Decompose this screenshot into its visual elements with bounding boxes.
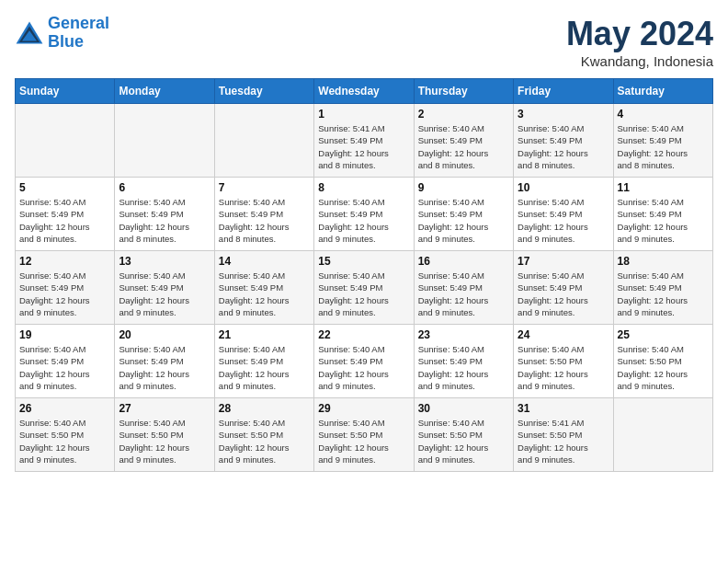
day-info: Sunrise: 5:40 AM Sunset: 5:50 PM Dayligh… (418, 417, 509, 465)
day-number: 27 (119, 402, 210, 415)
calendar-cell: 9Sunrise: 5:40 AM Sunset: 5:49 PM Daylig… (414, 178, 513, 251)
calendar-cell: 10Sunrise: 5:40 AM Sunset: 5:49 PM Dayli… (514, 178, 613, 251)
calendar-cell: 27Sunrise: 5:40 AM Sunset: 5:50 PM Dayli… (115, 398, 214, 472)
month-title: May 2024 (566, 15, 713, 53)
day-info: Sunrise: 5:40 AM Sunset: 5:50 PM Dayligh… (19, 417, 110, 465)
day-info: Sunrise: 5:40 AM Sunset: 5:49 PM Dayligh… (418, 122, 509, 171)
day-number: 18 (618, 255, 709, 268)
day-number: 6 (119, 181, 210, 194)
day-number: 23 (418, 328, 509, 341)
day-info: Sunrise: 5:40 AM Sunset: 5:49 PM Dayligh… (618, 196, 709, 245)
calendar-cell (16, 104, 115, 178)
day-info: Sunrise: 5:40 AM Sunset: 5:49 PM Dayligh… (318, 196, 409, 245)
calendar-cell: 26Sunrise: 5:40 AM Sunset: 5:50 PM Dayli… (16, 398, 115, 472)
calendar-body: 1Sunrise: 5:41 AM Sunset: 5:49 PM Daylig… (16, 104, 713, 472)
calendar-cell: 28Sunrise: 5:40 AM Sunset: 5:50 PM Dayli… (214, 398, 313, 472)
day-info: Sunrise: 5:40 AM Sunset: 5:49 PM Dayligh… (318, 270, 409, 318)
calendar-cell (613, 398, 712, 472)
day-number: 29 (318, 402, 409, 415)
calendar-cell: 29Sunrise: 5:40 AM Sunset: 5:50 PM Dayli… (314, 398, 414, 472)
header-cell-wednesday: Wednesday (314, 79, 414, 104)
week-row-3: 12Sunrise: 5:40 AM Sunset: 5:49 PM Dayli… (16, 251, 713, 325)
day-number: 16 (418, 255, 509, 268)
logo-text: General Blue (48, 15, 109, 52)
day-info: Sunrise: 5:41 AM Sunset: 5:50 PM Dayligh… (518, 417, 609, 465)
day-info: Sunrise: 5:40 AM Sunset: 5:49 PM Dayligh… (19, 343, 110, 392)
day-number: 2 (418, 108, 509, 121)
day-info: Sunrise: 5:40 AM Sunset: 5:49 PM Dayligh… (418, 270, 509, 318)
day-info: Sunrise: 5:40 AM Sunset: 5:50 PM Dayligh… (318, 417, 409, 465)
day-number: 22 (318, 328, 409, 341)
logo: General Blue (15, 15, 109, 52)
day-info: Sunrise: 5:40 AM Sunset: 5:49 PM Dayligh… (219, 196, 310, 245)
header-cell-sunday: Sunday (16, 79, 115, 104)
day-number: 11 (618, 181, 709, 194)
logo-icon (15, 20, 44, 46)
calendar-cell: 5Sunrise: 5:40 AM Sunset: 5:49 PM Daylig… (16, 178, 115, 251)
calendar-header: SundayMondayTuesdayWednesdayThursdayFrid… (16, 79, 713, 104)
logo-line2: Blue (48, 32, 84, 51)
calendar-cell: 24Sunrise: 5:40 AM Sunset: 5:50 PM Dayli… (514, 325, 613, 398)
day-number: 30 (418, 402, 509, 415)
calendar-cell: 30Sunrise: 5:40 AM Sunset: 5:50 PM Dayli… (414, 398, 513, 472)
calendar-cell: 20Sunrise: 5:40 AM Sunset: 5:49 PM Dayli… (115, 325, 214, 398)
location-title: Kwandang, Indonesia (566, 53, 713, 69)
day-info: Sunrise: 5:40 AM Sunset: 5:50 PM Dayligh… (119, 417, 210, 465)
day-number: 17 (518, 255, 609, 268)
page-header: General Blue May 2024 Kwandang, Indonesi… (15, 15, 713, 69)
day-number: 20 (119, 328, 210, 341)
day-info: Sunrise: 5:40 AM Sunset: 5:49 PM Dayligh… (418, 343, 509, 392)
calendar-cell: 1Sunrise: 5:41 AM Sunset: 5:49 PM Daylig… (314, 104, 414, 178)
day-number: 31 (518, 402, 609, 415)
calendar-cell: 22Sunrise: 5:40 AM Sunset: 5:49 PM Dayli… (314, 325, 414, 398)
day-number: 25 (618, 328, 709, 341)
header-cell-thursday: Thursday (414, 79, 513, 104)
day-info: Sunrise: 5:40 AM Sunset: 5:49 PM Dayligh… (618, 270, 709, 318)
calendar-cell: 17Sunrise: 5:40 AM Sunset: 5:49 PM Dayli… (514, 251, 613, 325)
day-info: Sunrise: 5:40 AM Sunset: 5:49 PM Dayligh… (19, 196, 110, 245)
calendar-cell: 8Sunrise: 5:40 AM Sunset: 5:49 PM Daylig… (314, 178, 414, 251)
calendar-cell: 14Sunrise: 5:40 AM Sunset: 5:49 PM Dayli… (214, 251, 313, 325)
logo-line1: General (48, 14, 109, 32)
day-number: 5 (19, 181, 110, 194)
day-number: 7 (219, 181, 310, 194)
day-info: Sunrise: 5:40 AM Sunset: 5:49 PM Dayligh… (219, 270, 310, 318)
day-number: 9 (418, 181, 509, 194)
day-number: 12 (19, 255, 110, 268)
day-info: Sunrise: 5:40 AM Sunset: 5:50 PM Dayligh… (518, 343, 609, 392)
day-number: 24 (518, 328, 609, 341)
header-cell-friday: Friday (514, 79, 613, 104)
calendar-cell: 6Sunrise: 5:40 AM Sunset: 5:49 PM Daylig… (115, 178, 214, 251)
title-block: May 2024 Kwandang, Indonesia (566, 15, 713, 69)
week-row-2: 5Sunrise: 5:40 AM Sunset: 5:49 PM Daylig… (16, 178, 713, 251)
day-info: Sunrise: 5:40 AM Sunset: 5:49 PM Dayligh… (119, 196, 210, 245)
day-number: 14 (219, 255, 310, 268)
calendar-cell: 4Sunrise: 5:40 AM Sunset: 5:49 PM Daylig… (613, 104, 712, 178)
day-number: 21 (219, 328, 310, 341)
day-info: Sunrise: 5:40 AM Sunset: 5:49 PM Dayligh… (19, 270, 110, 318)
day-number: 3 (518, 108, 609, 121)
day-info: Sunrise: 5:40 AM Sunset: 5:49 PM Dayligh… (119, 270, 210, 318)
calendar-cell: 12Sunrise: 5:40 AM Sunset: 5:49 PM Dayli… (16, 251, 115, 325)
calendar-cell: 7Sunrise: 5:40 AM Sunset: 5:49 PM Daylig… (214, 178, 313, 251)
day-number: 10 (518, 181, 609, 194)
calendar-table: SundayMondayTuesdayWednesdayThursdayFrid… (15, 78, 713, 472)
week-row-1: 1Sunrise: 5:41 AM Sunset: 5:49 PM Daylig… (16, 104, 713, 178)
week-row-4: 19Sunrise: 5:40 AM Sunset: 5:49 PM Dayli… (16, 325, 713, 398)
day-info: Sunrise: 5:40 AM Sunset: 5:49 PM Dayligh… (518, 122, 609, 171)
calendar-cell: 23Sunrise: 5:40 AM Sunset: 5:49 PM Dayli… (414, 325, 513, 398)
day-info: Sunrise: 5:40 AM Sunset: 5:49 PM Dayligh… (618, 122, 709, 171)
header-row: SundayMondayTuesdayWednesdayThursdayFrid… (16, 79, 713, 104)
day-number: 28 (219, 402, 310, 415)
calendar-cell (115, 104, 214, 178)
calendar-cell: 31Sunrise: 5:41 AM Sunset: 5:50 PM Dayli… (514, 398, 613, 472)
day-number: 13 (119, 255, 210, 268)
day-number: 1 (318, 108, 409, 121)
day-info: Sunrise: 5:40 AM Sunset: 5:49 PM Dayligh… (518, 196, 609, 245)
day-number: 26 (19, 402, 110, 415)
calendar-cell: 3Sunrise: 5:40 AM Sunset: 5:49 PM Daylig… (514, 104, 613, 178)
day-number: 8 (318, 181, 409, 194)
calendar-cell: 18Sunrise: 5:40 AM Sunset: 5:49 PM Dayli… (613, 251, 712, 325)
day-info: Sunrise: 5:41 AM Sunset: 5:49 PM Dayligh… (318, 122, 409, 171)
day-number: 4 (618, 108, 709, 121)
